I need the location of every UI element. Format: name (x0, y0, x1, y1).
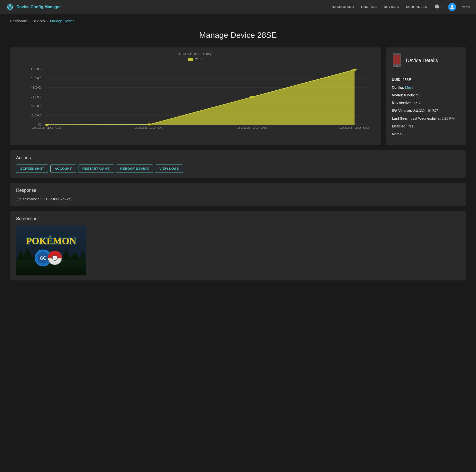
enabled-value: Yes (408, 124, 413, 128)
page-title: Manage Device 28SE (0, 31, 476, 40)
svg-text:2023-10-09: 2023-10-09 (340, 126, 370, 129)
ipa-label: IPA Version: (392, 109, 413, 113)
navbar: Device Config Manager DASHBOARD CONFIGS … (0, 0, 476, 14)
actions-title: Actions (16, 155, 460, 161)
chart-legend: 28SE (15, 58, 376, 61)
ios-value: 15.7 (414, 101, 420, 105)
restart-game-button[interactable]: RESTART GAME (78, 165, 114, 173)
svg-text:2023-10-06: 2023-10-06 (32, 126, 62, 129)
svg-point-27 (45, 124, 49, 126)
nav-configs[interactable]: CONFIGS (361, 5, 377, 9)
svg-text:300: 300 (31, 95, 42, 98)
nav-schedules[interactable]: SCHEDULES (406, 5, 427, 9)
brand-icon (6, 3, 14, 11)
svg-rect-34 (395, 54, 398, 54)
svg-rect-33 (393, 55, 400, 64)
chart-area: 600 500 400 300 200 100 0 2023-10-06 202… (15, 64, 376, 129)
svg-text:200: 200 (31, 104, 42, 108)
device-details-title: Device Details (406, 58, 438, 63)
svg-text:POKÉMON: POKÉMON (26, 236, 76, 246)
view-logs-button[interactable]: VIEW LOGS (155, 165, 183, 173)
device-details-header: Device Details (392, 53, 460, 72)
breadcrumb-dashboard[interactable]: Dashboard (10, 19, 27, 23)
detail-notes: Notes: -- (392, 131, 460, 137)
lastseen-label: Last Seen: (392, 116, 411, 120)
notification-btn[interactable] (434, 4, 444, 10)
chart-title: Device Restart History (15, 52, 376, 56)
breadcrumb-manage-device: Manage Device (50, 19, 74, 23)
svg-text:100: 100 (31, 114, 42, 117)
screenshot-card: Screenshot (10, 211, 466, 280)
breadcrumb: Dashboard › Devices › Manage Device (0, 14, 476, 26)
actions-card: Actions SCREENSHOT ACCOUNT RESTART GAME … (10, 150, 466, 178)
response-card: Response {"username":"vz1236084qZx"} (10, 183, 466, 206)
response-title: Response (16, 188, 460, 193)
model-label: Model: (392, 93, 404, 97)
svg-text:2023-10-08: 2023-10-08 (237, 126, 267, 129)
response-text: {"username":"vz1236084qZx"} (16, 197, 460, 201)
navbar-nav: DASHBOARD CONFIGS DEVICES SCHEDULES (332, 5, 427, 9)
config-label: Config: (392, 85, 405, 89)
phone-icon (392, 53, 402, 68)
legend-label: 28SE (195, 58, 202, 61)
enabled-label: Enabled: (392, 124, 408, 128)
pokemon-go-art: POKÉMON GO (16, 225, 86, 275)
detail-ipa: IPA Version: 2.0.332-191f875 (392, 108, 460, 113)
ios-label: iOS Version: (392, 101, 414, 105)
svg-point-51 (54, 257, 56, 259)
brand: Device Config Manager (6, 3, 332, 11)
screenshot-button[interactable]: SCREENSHOT (16, 165, 48, 173)
detail-uuid: UUID: 28SE (392, 77, 460, 82)
chart-svg: 600 500 400 300 200 100 0 2023-10-06 202… (15, 64, 376, 129)
avatar (448, 3, 456, 11)
detail-lastseen: Last Seen: Last Wednesday at 6:25 PM (392, 116, 460, 121)
legend-color (188, 58, 193, 61)
account-button[interactable]: ACCOUNT (50, 165, 76, 173)
nav-devices[interactable]: DEVICES (384, 5, 399, 9)
user-btn[interactable]: versx (448, 3, 470, 11)
breadcrumb-devices[interactable]: Devices (32, 19, 45, 23)
svg-point-28 (147, 123, 151, 125)
svg-text:400: 400 (31, 86, 42, 89)
detail-ios: iOS Version: 15.7 (392, 100, 460, 106)
phone-icon-wrap (392, 53, 402, 68)
reboot-device-button[interactable]: REBOOT DEVICE (116, 165, 153, 173)
top-row: Device Restart History 28SE (10, 47, 466, 145)
svg-point-35 (396, 65, 398, 67)
svg-text:GO: GO (40, 256, 47, 261)
svg-text:2023-10-07: 2023-10-07 (134, 126, 164, 129)
chart-card: Device Restart History 28SE (10, 47, 381, 145)
svg-marker-26 (47, 70, 354, 125)
svg-text:0: 0 (38, 123, 42, 126)
svg-point-29 (250, 96, 254, 98)
actions-buttons: SCREENSHOT ACCOUNT RESTART GAME REBOOT D… (16, 165, 460, 173)
detail-enabled: Enabled: Yes (392, 124, 460, 129)
svg-text:600: 600 (31, 67, 42, 71)
lastseen-value: Last Wednesday at 6:25 PM (411, 116, 455, 120)
screenshot-image: POKÉMON GO (16, 225, 86, 275)
svg-text:500: 500 (31, 77, 42, 80)
main-content: Device Restart History 28SE (0, 47, 476, 290)
detail-model: Model: iPhone SE (392, 93, 460, 98)
detail-config: Config: Main (392, 85, 460, 90)
svg-point-30 (352, 69, 357, 71)
brand-name: Device Config Manager (17, 5, 61, 9)
username: versx (462, 5, 470, 9)
breadcrumb-sep-2: › (47, 19, 48, 23)
notes-label: Notes: (392, 132, 404, 136)
uuid-value: 28SE (403, 78, 411, 82)
nav-dashboard[interactable]: DASHBOARD (332, 5, 354, 9)
breadcrumb-sep-1: › (29, 19, 31, 23)
model-value: iPhone SE (404, 93, 421, 97)
config-value: Main (405, 85, 413, 89)
notes-value: -- (404, 132, 406, 136)
device-details-card: Device Details UUID: 28SE Config: Main M… (386, 47, 466, 145)
nav-right: versx (434, 3, 470, 11)
screenshot-title: Screenshot (16, 216, 460, 221)
ipa-value: 2.0.332-191f875 (413, 109, 439, 113)
uuid-label: UUID: (392, 78, 403, 82)
